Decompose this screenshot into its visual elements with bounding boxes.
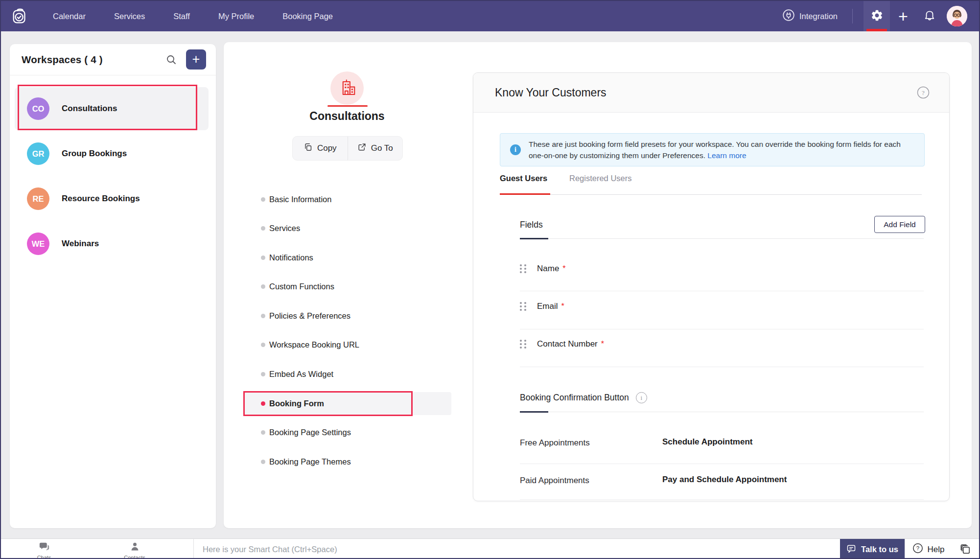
stacked-windows-icon[interactable] (952, 539, 979, 559)
talk-to-us-button[interactable]: Talk to us (840, 539, 905, 559)
drag-handle-icon[interactable] (520, 302, 526, 311)
kyc-header: Know Your Customers ? (473, 73, 949, 113)
menu-label: Booking Page Themes (269, 457, 351, 466)
go-to-button[interactable]: Go To (348, 137, 403, 160)
building-icon-underline (327, 105, 368, 107)
nav-item-booking-page[interactable]: Booking Page (282, 12, 333, 21)
workspace-avatar: RE (27, 187, 49, 210)
field-label: Contact Number (537, 339, 598, 349)
notifications-button[interactable] (916, 1, 943, 31)
info-icon: i (510, 144, 521, 155)
free-appointments-label: Free Appointments (520, 438, 590, 448)
svg-text:?: ? (916, 545, 919, 551)
workspace-building-icon (330, 71, 364, 105)
workspace-item-webinars[interactable]: WE Webinars (10, 221, 216, 266)
workspaces-header: Workspaces ( 4 ) + (10, 44, 216, 75)
help-circle-icon[interactable]: ? (917, 86, 930, 99)
menu-label: Custom Functions (269, 282, 334, 291)
menu-label: Embed As Widget (269, 370, 333, 379)
user-avatar[interactable] (947, 6, 967, 26)
workspace-actions: Copy Go To (292, 136, 403, 161)
field-label: Name (537, 264, 559, 274)
drag-handle-icon[interactable] (520, 340, 526, 349)
nav-item-services[interactable]: Services (114, 12, 145, 21)
menu-item-notifications[interactable]: Notifications (224, 247, 313, 268)
field-label: Email (537, 302, 558, 311)
field-row-contact-number: Contact Number * (520, 339, 604, 349)
menu-item-workspace-booking-url[interactable]: Workspace Booking URL (224, 334, 359, 355)
workspaces-title: Workspaces ( 4 ) (22, 54, 103, 66)
kyc-title: Know Your Customers (495, 86, 607, 99)
workspaces-sidebar: Workspaces ( 4 ) + CO Consultations GR G… (10, 44, 216, 528)
navbar-right: Integration + (782, 1, 979, 31)
menu-item-services[interactable]: Services (224, 217, 300, 239)
field-row-email: Email * (520, 302, 564, 311)
smart-chat-input[interactable] (194, 539, 840, 559)
know-your-customers-card: Know Your Customers ? i These are just b… (473, 72, 950, 501)
required-asterisk: * (561, 302, 564, 311)
tab-guest-users[interactable]: Guest Users (500, 174, 547, 183)
menu-item-booking-form[interactable]: Booking Form (224, 393, 324, 414)
workspace-label: Group Bookings (62, 149, 127, 159)
fields-heading-divider (548, 238, 924, 239)
workspace-label: Consultations (62, 104, 117, 114)
menu-item-booking-page-themes[interactable]: Booking Page Themes (224, 451, 351, 472)
plus-icon: + (898, 8, 908, 24)
add-field-button[interactable]: Add Field (874, 216, 925, 233)
bullet-icon (261, 460, 265, 464)
nav-item-calendar[interactable]: Calendar (53, 12, 86, 21)
learn-more-link[interactable]: Learn more (707, 151, 746, 160)
zoho-bookings-logo-icon[interactable] (11, 7, 29, 25)
contacts-button[interactable]: Contacts (105, 539, 164, 559)
add-button[interactable]: + (890, 1, 916, 31)
talk-to-us-label: Talk to us (861, 545, 898, 554)
active-tab-underline (500, 193, 550, 195)
menu-item-custom-functions[interactable]: Custom Functions (224, 276, 334, 297)
field-row-name: Name * (520, 264, 566, 274)
menu-item-booking-page-settings[interactable]: Booking Page Settings (224, 421, 351, 443)
bullet-icon (261, 343, 265, 347)
menu-item-basic-information[interactable]: Basic Information (224, 188, 331, 210)
add-workspace-button[interactable]: + (186, 49, 206, 70)
navbar-menu: Calendar Services Staff My Profile Booki… (53, 12, 333, 21)
free-appointments-value: Schedule Appointment (662, 437, 753, 447)
settings-button[interactable] (863, 1, 890, 31)
goto-label: Go To (371, 143, 393, 153)
workspace-label: Resource Bookings (62, 194, 140, 204)
drag-handle-icon[interactable] (520, 264, 526, 273)
workspace-item-consultations[interactable]: CO Consultations (10, 86, 216, 131)
workspace-item-group-bookings[interactable]: GR Group Bookings (10, 131, 216, 176)
menu-label: Workspace Booking URL (269, 340, 359, 349)
bottom-bar: Chats Contacts Talk to us (1, 538, 979, 559)
help-button[interactable]: ? Help (905, 539, 952, 559)
row-divider (520, 464, 924, 464)
bullet-icon (261, 226, 265, 231)
menu-label: Booking Form (269, 399, 324, 408)
workspace-detail-panel: Consultations Copy Go To (224, 42, 972, 528)
tab-registered-users[interactable]: Registered Users (569, 174, 631, 183)
nav-item-my-profile[interactable]: My Profile (218, 12, 254, 21)
fields-heading-underline (520, 238, 548, 239)
chats-button[interactable]: Chats (15, 539, 73, 559)
bullet-icon (261, 256, 265, 260)
menu-label: Booking Page Settings (269, 428, 351, 437)
search-icon[interactable] (165, 54, 177, 66)
integration-label: Integration (799, 12, 838, 21)
nav-item-staff[interactable]: Staff (173, 12, 190, 21)
confirmation-heading-row: Booking Confirmation Button i (520, 392, 647, 403)
info-circle-icon[interactable]: i (636, 392, 647, 403)
contacts-label: Contacts (124, 555, 145, 559)
copy-label: Copy (317, 143, 337, 153)
menu-item-embed-as-widget[interactable]: Embed As Widget (224, 363, 333, 385)
confirmation-heading: Booking Confirmation Button (520, 393, 629, 403)
workspace-item-resource-bookings[interactable]: RE Resource Bookings (10, 176, 216, 221)
row-divider (520, 499, 924, 500)
fields-heading: Fields (520, 220, 543, 230)
row-divider (520, 329, 924, 329)
copy-button[interactable]: Copy (293, 137, 348, 160)
workspace-title: Consultations (274, 110, 420, 123)
info-banner-text: These are just booking form field preset… (529, 139, 914, 161)
integration-button[interactable]: Integration (782, 9, 838, 23)
menu-item-policies-preferences[interactable]: Policies & Preferences (224, 305, 350, 326)
menu-label: Basic Information (269, 195, 331, 204)
